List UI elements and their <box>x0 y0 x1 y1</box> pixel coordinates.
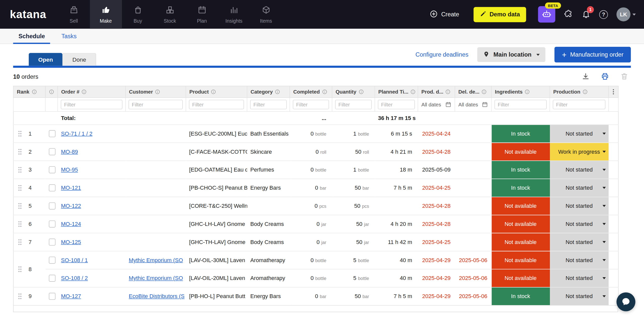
filter-input-completed[interactable] <box>293 100 329 109</box>
delete-button[interactable] <box>620 72 628 82</box>
filter-input-planned[interactable] <box>378 100 415 109</box>
date-filter-prod_date[interactable]: All dates <box>421 101 452 107</box>
column-header-category[interactable]: Category <box>247 86 290 98</box>
filter-input-quantity[interactable] <box>335 100 372 109</box>
column-header-completed[interactable]: Completed <box>290 86 332 98</box>
row-checkbox[interactable] <box>49 239 55 246</box>
download-button[interactable] <box>582 72 590 82</box>
date-filter-del_date[interactable]: All dates <box>458 101 488 107</box>
row-checkbox[interactable] <box>49 148 55 155</box>
row-checkbox[interactable] <box>49 293 55 300</box>
order-link[interactable]: MO-89 <box>61 149 78 155</box>
row-checkbox[interactable] <box>49 167 55 173</box>
filter-input-order[interactable] <box>61 100 123 109</box>
production-status-dropdown[interactable]: Not started <box>550 288 608 305</box>
drag-handle-icon[interactable] <box>18 221 22 228</box>
drag-handle-icon[interactable] <box>18 202 22 210</box>
row-checkbox[interactable] <box>49 221 55 227</box>
order-link[interactable]: SO-108 / 2 <box>61 275 88 281</box>
filter-input-production[interactable] <box>553 100 606 109</box>
row-checkbox[interactable] <box>49 202 55 209</box>
column-header-del_date[interactable]: Del. de... <box>455 86 491 98</box>
order-link[interactable]: MO-124 <box>61 221 81 227</box>
customer-link[interactable]: Mythic Emporium (SO <box>129 257 183 263</box>
order-link[interactable]: MO-121 <box>61 185 81 191</box>
drag-handle-icon[interactable] <box>18 148 22 155</box>
column-header-order[interactable]: Order # <box>58 86 125 98</box>
info-icon <box>411 89 416 94</box>
production-status-dropdown[interactable]: Not started <box>550 269 608 287</box>
filter-input-category[interactable] <box>250 100 287 109</box>
nav-item-sell[interactable]: Sell <box>58 0 90 29</box>
row-menu-cell <box>609 125 618 143</box>
order-cell: MO-89 <box>58 143 125 161</box>
production-status-dropdown[interactable]: Not started <box>550 125 608 142</box>
drag-handle-icon[interactable] <box>18 293 22 300</box>
column-header-customer[interactable]: Customer <box>126 86 186 98</box>
demo-data-button[interactable]: Demo data <box>473 7 526 22</box>
customer-cell <box>126 197 186 215</box>
stock-icon <box>165 5 174 16</box>
row-checkbox[interactable] <box>49 275 55 282</box>
row-checkbox[interactable] <box>49 257 55 264</box>
production-status-dropdown[interactable]: Not started <box>550 197 608 215</box>
customer-link[interactable]: EcoBite Distributors (S <box>129 293 185 299</box>
create-button[interactable]: Create <box>430 10 459 19</box>
row-checkbox[interactable] <box>49 130 55 137</box>
nav-item-plan[interactable]: Plan <box>186 0 218 29</box>
nav-item-buy[interactable]: Buy <box>122 0 154 29</box>
nav-item-insights[interactable]: Insights <box>218 0 250 29</box>
production-status-dropdown[interactable]: Not started <box>550 215 608 233</box>
filter-input-product[interactable] <box>189 100 244 109</box>
order-link[interactable]: SO-108 / 1 <box>61 257 88 263</box>
production-status-dropdown[interactable]: Not started <box>550 179 608 197</box>
order-link[interactable]: MO-125 <box>61 239 81 245</box>
filter-input-ingredients[interactable] <box>495 100 547 109</box>
drag-handle-icon[interactable] <box>18 184 22 191</box>
filter-done-tab[interactable]: Done <box>62 53 96 66</box>
filter-input-customer[interactable] <box>129 100 183 109</box>
order-link[interactable]: SO-71 / 1 / 2 <box>61 131 92 137</box>
order-link[interactable]: MO-127 <box>61 293 81 299</box>
configure-deadlines-link[interactable]: Configure deadlines <box>415 51 468 58</box>
column-header-product[interactable]: Product <box>186 86 247 98</box>
print-button[interactable] <box>601 72 609 82</box>
drag-handle-icon[interactable] <box>18 266 22 273</box>
column-header-rank[interactable]: Rank <box>13 86 45 98</box>
production-status-dropdown[interactable]: Not started <box>550 233 608 251</box>
drag-handle-icon[interactable] <box>18 130 22 137</box>
production-status-dropdown[interactable]: Work in progress <box>550 143 608 160</box>
production-status-dropdown[interactable]: Not started <box>550 251 608 269</box>
column-header-quantity[interactable]: Quantity <box>332 86 375 98</box>
chat-button[interactable] <box>617 292 635 311</box>
column-header-prod_date[interactable]: Prod. d... <box>418 86 455 98</box>
manufacturing-order-button[interactable]: + Manufacturing order <box>554 47 631 62</box>
delivery-deadline-cell <box>455 215 491 233</box>
nav-item-items[interactable]: Items <box>250 0 282 29</box>
production-status-dropdown[interactable]: Not started <box>550 161 608 179</box>
filter-open-tab[interactable]: Open <box>29 53 62 66</box>
order-link[interactable]: MO-122 <box>61 203 81 209</box>
location-selector[interactable]: Main location <box>477 47 545 62</box>
column-header-ingredients[interactable]: Ingredients <box>491 86 550 98</box>
drag-handle-icon[interactable] <box>18 166 22 173</box>
customer-link[interactable]: Mythic Emporium (SO <box>129 275 183 281</box>
nav-item-make[interactable]: Make <box>90 0 122 29</box>
account-menu[interactable]: LK <box>617 7 636 21</box>
order-link[interactable]: MO-95 <box>61 167 78 173</box>
tab-schedule[interactable]: Schedule <box>13 29 50 44</box>
accent-divider <box>13 66 631 68</box>
help-button[interactable]: ? <box>599 10 608 19</box>
column-header-production[interactable]: Production <box>550 86 608 98</box>
column-header-planned[interactable]: Planned Ti... <box>375 86 418 98</box>
row-menu-cell <box>609 233 618 251</box>
drag-handle-icon[interactable] <box>18 239 22 246</box>
extensions-button[interactable] <box>564 9 573 20</box>
row-checkbox[interactable] <box>49 185 55 191</box>
column-menu-icon[interactable] <box>610 88 617 95</box>
product-cell: [ESG-EUC-200ML] Euc <box>186 125 247 143</box>
product-cell: [LAV-OIL-20ML] Laven <box>186 269 247 287</box>
tab-tasks[interactable]: Tasks <box>56 29 82 44</box>
nav-item-stock[interactable]: Stock <box>154 0 186 29</box>
column-header-menu[interactable] <box>609 86 618 98</box>
